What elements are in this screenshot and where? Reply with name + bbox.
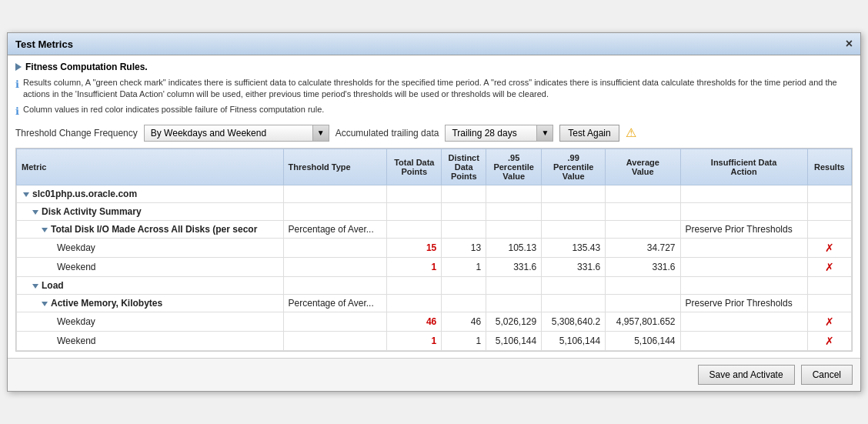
cell-results: ✗ <box>807 312 851 331</box>
cell-95-percentile: 5,106,144 <box>486 331 542 350</box>
trailing-group: Trailing 28 days ▼ <box>445 125 553 142</box>
threshold-select-value[interactable]: By Weekdays and Weekend <box>144 125 313 142</box>
cell-average-value: 4,957,801.652 <box>606 312 680 331</box>
expand-down-icon[interactable] <box>42 302 48 306</box>
cell-average-value <box>606 294 680 312</box>
cell-results <box>807 185 851 202</box>
dialog-footer: Save and Activate Cancel <box>8 358 860 391</box>
cell-threshold-type <box>283 238 387 257</box>
table-row: slc01php.us.oracle.com <box>17 185 852 202</box>
cell-metric: Weekend <box>17 257 284 276</box>
cell-metric: Disk Activity Summary <box>17 202 284 220</box>
cell-total-data-points <box>387 276 442 294</box>
cell-insufficient-action <box>680 185 807 202</box>
cell-metric: Active Memory, Kilobytes <box>17 294 284 312</box>
expand-down-icon[interactable] <box>32 284 38 289</box>
cell-results <box>807 276 851 294</box>
cell-threshold-type <box>283 276 387 294</box>
table-row: Weekend115,106,1445,106,1445,106,144✗ <box>17 331 852 350</box>
cell-distinct-data-points <box>442 220 486 238</box>
expand-down-icon[interactable] <box>23 192 29 197</box>
cell-results: ✗ <box>807 257 851 276</box>
cell-distinct-data-points <box>442 185 486 202</box>
test-metrics-dialog: Test Metrics × Fitness Computation Rules… <box>7 32 861 392</box>
red-x-icon: ✗ <box>825 335 834 347</box>
cell-results <box>807 220 851 238</box>
col-distinct-data: DistinctDataPoints <box>442 149 486 185</box>
expand-down-icon[interactable] <box>42 228 48 232</box>
metrics-table-container: Metric Threshold Type Total DataPoints D… <box>15 148 853 352</box>
cell-total-data-points <box>387 220 442 238</box>
trailing-select-arrow[interactable]: ▼ <box>537 125 553 142</box>
cell-99-percentile: 331.6 <box>542 257 606 276</box>
info-icon-2: ℹ <box>15 105 19 119</box>
save-activate-button[interactable]: Save and Activate <box>698 365 795 385</box>
cell-total-data-points <box>387 185 442 202</box>
expand-triangle-icon <box>15 63 22 71</box>
cell-insufficient-action <box>680 238 807 257</box>
cell-threshold-type <box>283 185 387 202</box>
cell-95-percentile: 105.13 <box>486 238 542 257</box>
cell-results: ✗ <box>807 238 851 257</box>
table-row: Weekend11331.6331.6331.6✗ <box>17 257 852 276</box>
col-results: Results <box>807 149 851 185</box>
trailing-select-value[interactable]: Trailing 28 days <box>445 125 537 142</box>
cell-average-value <box>606 220 680 238</box>
cell-total-data-points: 46 <box>387 312 442 331</box>
info-text-2: Column values in red color indicates pos… <box>23 104 324 115</box>
cell-95-percentile <box>486 202 542 220</box>
cell-metric: slc01php.us.oracle.com <box>17 185 284 202</box>
cell-total-data-points: 1 <box>387 331 442 350</box>
cell-total-data-points <box>387 294 442 312</box>
cell-99-percentile <box>542 185 606 202</box>
threshold-label: Threshold Change Frequency <box>15 128 138 139</box>
cell-99-percentile <box>542 276 606 294</box>
table-row: Weekday46465,026,1295,308,640.24,957,801… <box>17 312 852 331</box>
table-row: Weekday1513105.13135.4334.727✗ <box>17 238 852 257</box>
fitness-section-header[interactable]: Fitness Computation Rules. <box>15 62 853 72</box>
dialog-header: Test Metrics × <box>8 33 860 55</box>
red-x-icon: ✗ <box>825 315 834 328</box>
cell-threshold-type: Percentage of Aver... <box>283 220 387 238</box>
cell-metric: Total Disk I/O Made Across All Disks (pe… <box>17 220 284 238</box>
cell-total-data-points <box>387 202 442 220</box>
cell-average-value: 5,106,144 <box>606 331 680 350</box>
cell-95-percentile <box>486 276 542 294</box>
col-insufficient-action: Insufficient DataAction <box>680 149 807 185</box>
cell-distinct-data-points: 1 <box>442 257 486 276</box>
test-again-button[interactable]: Test Again <box>559 125 619 142</box>
close-button[interactable]: × <box>846 38 853 50</box>
threshold-select-group: By Weekdays and Weekend ▼ <box>144 125 329 142</box>
controls-row: Threshold Change Frequency By Weekdays a… <box>15 125 853 142</box>
expand-down-icon[interactable] <box>32 210 38 215</box>
cell-threshold-type <box>283 257 387 276</box>
table-row: Active Memory, KilobytesPercentage of Av… <box>17 294 852 312</box>
col-average: AverageValue <box>606 149 680 185</box>
cell-average-value <box>606 276 680 294</box>
threshold-select-arrow[interactable]: ▼ <box>313 125 329 142</box>
cell-insufficient-action <box>680 257 807 276</box>
cell-insufficient-action: Preserve Prior Thresholds <box>680 220 807 238</box>
col-99-percentile: .99PercentileValue <box>542 149 606 185</box>
cell-average-value <box>606 185 680 202</box>
cell-average-value: 34.727 <box>606 238 680 257</box>
cell-insufficient-action <box>680 331 807 350</box>
table-row: Disk Activity Summary <box>17 202 852 220</box>
cell-insufficient-action <box>680 276 807 294</box>
cancel-button[interactable]: Cancel <box>801 365 853 385</box>
cell-95-percentile <box>486 185 542 202</box>
cell-insufficient-action <box>680 202 807 220</box>
col-metric: Metric <box>17 149 284 185</box>
cell-metric: Weekday <box>17 312 284 331</box>
accumulated-label: Accumulated trailing data <box>336 128 439 139</box>
cell-threshold-type <box>283 202 387 220</box>
cell-results <box>807 294 851 312</box>
red-x-icon: ✗ <box>825 242 834 254</box>
col-95-percentile: .95PercentileValue <box>486 149 542 185</box>
cell-total-data-points: 1 <box>387 257 442 276</box>
cell-insufficient-action: Preserve Prior Thresholds <box>680 294 807 312</box>
info-block-2: ℹ Column values in red color indicates p… <box>15 104 853 119</box>
cell-distinct-data-points: 1 <box>442 331 486 350</box>
info-block-1: ℹ Results column, A "green check mark" i… <box>15 77 853 101</box>
metrics-table: Metric Threshold Type Total DataPoints D… <box>16 149 852 351</box>
